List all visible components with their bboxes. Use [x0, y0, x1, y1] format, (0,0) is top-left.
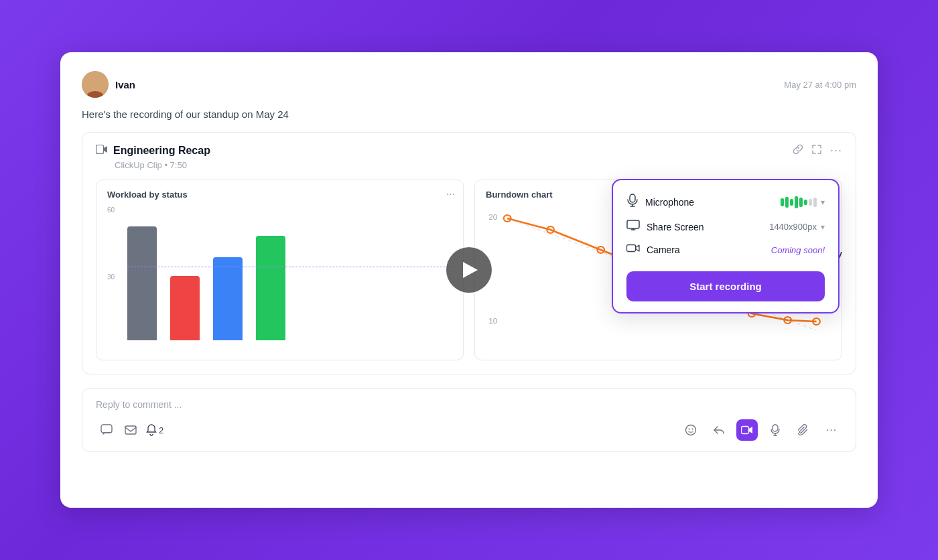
comment-box: Reply to comment ... — [82, 388, 856, 452]
email-icon-button[interactable] — [120, 419, 141, 441]
camera-icon — [626, 243, 640, 257]
clip-video-icon — [96, 145, 108, 157]
clip-meta: ClickUp Clip • 7:50 — [115, 160, 842, 170]
svg-point-21 — [686, 425, 696, 435]
microphone-icon — [626, 194, 639, 210]
recording-popup: Microphone ▾ — [612, 179, 840, 313]
microphone-row: Microphone ▾ — [626, 194, 825, 210]
bar-chart-area: 60 30 — [107, 206, 452, 340]
main-card: Ivan May 27 at 4:00 pm Here's the record… — [60, 52, 878, 508]
microphone-dropdown-icon[interactable]: ▾ — [821, 198, 825, 207]
microphone-label: Microphone — [645, 197, 694, 208]
comment-placeholder[interactable]: Reply to comment ... — [96, 399, 182, 410]
microphone-left: Microphone — [626, 194, 694, 210]
notification-count: 2 — [159, 425, 163, 435]
more-toolbar-button[interactable]: ··· — [821, 419, 842, 441]
play-button-overlay[interactable] — [446, 247, 492, 293]
bar-gray — [127, 226, 157, 340]
bar-blue — [213, 257, 243, 340]
mic-bar-5 — [799, 198, 803, 207]
start-recording-button[interactable]: Start recording — [626, 271, 825, 301]
notification-bell-button[interactable]: 2 — [144, 419, 165, 441]
avatar — [82, 71, 109, 98]
clip-title-row: Engineering Recap — [96, 145, 210, 157]
play-triangle-icon — [463, 262, 478, 278]
mic-bar-1 — [781, 198, 784, 206]
camera-label: Camera — [647, 244, 680, 255]
play-button[interactable] — [446, 247, 492, 293]
share-screen-row: Share Screen 1440x900px ▾ — [626, 220, 825, 234]
link-icon[interactable] — [793, 144, 803, 157]
post-timestamp: May 27 at 4:00 pm — [784, 80, 856, 90]
author-name: Ivan — [115, 79, 135, 90]
svg-rect-19 — [101, 425, 112, 433]
chat-icon-button[interactable] — [96, 419, 117, 441]
mic-bar-8 — [813, 198, 817, 207]
mic-bar-2 — [785, 197, 789, 208]
mic-bar-6 — [804, 200, 807, 205]
bar-green — [256, 236, 285, 340]
svg-rect-15 — [627, 220, 639, 228]
video-camera-toolbar-button[interactable] — [736, 419, 758, 441]
share-screen-right: 1440x900px ▾ — [769, 222, 825, 232]
share-screen-dropdown-icon[interactable]: ▾ — [821, 222, 825, 232]
camera-left: Camera — [626, 243, 680, 257]
post-header: Ivan May 27 at 4:00 pm — [82, 71, 856, 98]
svg-rect-0 — [96, 145, 104, 153]
emoji-icon-button[interactable] — [680, 419, 701, 441]
mic-bar-7 — [809, 199, 812, 206]
toolbar-right: ··· — [680, 419, 842, 441]
coming-soon-label: Coming soon! — [771, 245, 825, 255]
svg-rect-20 — [125, 426, 136, 434]
y-axis-labels: 60 30 — [107, 206, 115, 340]
post-message: Here's the recording of our standup on M… — [82, 109, 856, 120]
microphone-right: ▾ — [781, 196, 825, 208]
more-icon[interactable]: ··· — [830, 143, 842, 157]
clip-header: Engineering Recap ··· — [96, 143, 842, 157]
attachment-button[interactable] — [793, 419, 814, 441]
screen-icon — [626, 220, 640, 234]
post-author: Ivan — [82, 71, 135, 98]
camera-row: Camera Coming soon! — [626, 243, 825, 257]
svg-rect-25 — [773, 425, 778, 431]
svg-rect-24 — [742, 427, 749, 434]
bar-red — [170, 276, 200, 340]
mic-bar-4 — [795, 196, 798, 208]
workload-chart-more[interactable]: ··· — [446, 188, 455, 200]
workload-chart: Workload by status ··· 60 30 — [96, 180, 464, 360]
share-screen-label: Share Screen — [647, 222, 704, 232]
svg-text:10: 10 — [488, 317, 497, 325]
mic-level-bars — [781, 196, 817, 208]
dashed-trend-line — [127, 267, 452, 267]
svg-point-23 — [692, 429, 693, 430]
reply-arrow-button[interactable] — [708, 419, 730, 441]
clip-card: Engineering Recap ··· ClickUp Clip • — [82, 132, 856, 374]
comment-input-row: Reply to comment ... — [96, 399, 842, 410]
mic-bar-3 — [790, 199, 793, 206]
clip-title: Engineering Recap — [113, 145, 210, 157]
share-screen-resolution: 1440x900px — [769, 222, 817, 232]
workload-chart-title: Workload by status — [107, 190, 452, 200]
camera-right: Coming soon! — [771, 245, 825, 255]
toolbar-left: 2 — [96, 419, 165, 441]
svg-point-22 — [689, 429, 690, 430]
svg-text:20: 20 — [488, 213, 497, 221]
svg-rect-18 — [627, 245, 636, 252]
mic-toolbar-button[interactable] — [764, 419, 786, 441]
svg-rect-12 — [630, 194, 635, 202]
comment-toolbar: 2 — [96, 419, 842, 441]
clip-actions: ··· — [793, 143, 842, 157]
expand-icon[interactable] — [811, 144, 822, 157]
share-screen-left: Share Screen — [626, 220, 704, 234]
